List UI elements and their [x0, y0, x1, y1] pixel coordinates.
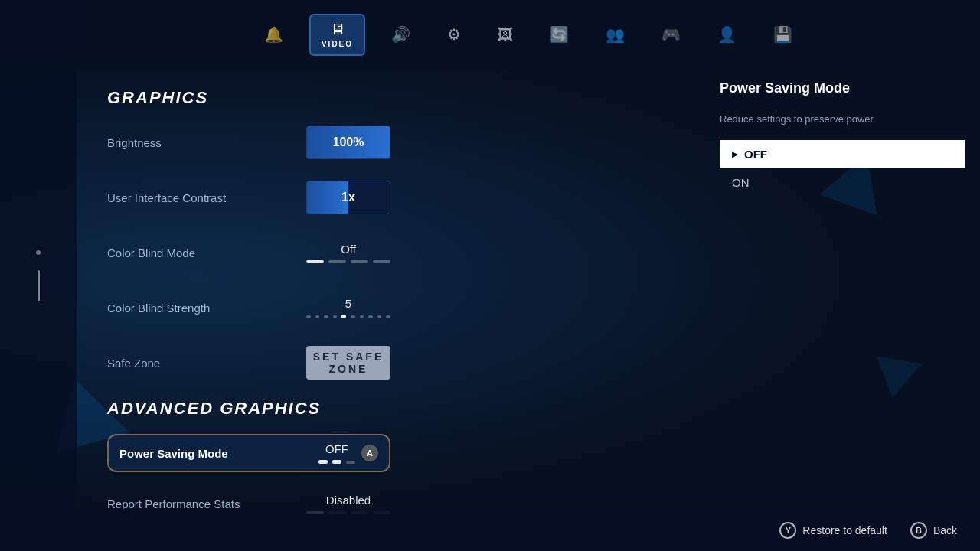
cbs-dot-6 — [360, 315, 364, 318]
audio-icon: 🔊 — [391, 27, 410, 42]
color-blind-mode-label: Color Blind Mode — [107, 246, 306, 259]
brightness-value: 100% — [333, 135, 364, 149]
brightness-label: Brightness — [107, 136, 306, 149]
main-content: GRAPHICS Brightness 100% User Interface … — [100, 73, 398, 505]
color-blind-strength-value: 5 — [306, 297, 390, 310]
power-option-off[interactable]: ▶ OFF — [720, 140, 965, 168]
power-options: ▶ OFF ON — [720, 140, 965, 197]
seg-dot-1 — [328, 260, 346, 263]
advanced-graphics-title: ADVANCED GRAPHICS — [107, 399, 390, 419]
nav-item-display[interactable]: 🖼 — [487, 21, 524, 48]
color-blind-mode-value: Off — [306, 243, 390, 256]
cbs-dot-4 — [341, 315, 346, 318]
nav-item-accessibility[interactable]: 🔄 — [539, 21, 580, 48]
ui-contrast-control[interactable]: 1x — [306, 181, 390, 214]
safe-zone-control[interactable]: SET SAFE ZONE — [306, 346, 390, 380]
color-blind-strength-track — [306, 315, 390, 318]
cbs-dot-3 — [333, 315, 338, 318]
graphics-title: GRAPHICS — [107, 88, 390, 108]
display-icon: 🖼 — [498, 27, 513, 42]
nav-video-label: VIDEO — [322, 40, 353, 48]
nav-item-settings[interactable]: ⚙ — [436, 21, 472, 48]
power-saving-value: OFF — [318, 442, 355, 455]
alert-icon: 🔔 — [264, 27, 283, 42]
restore-default-button[interactable]: Y Restore to default — [779, 522, 887, 539]
nav-item-alert[interactable]: 🔔 — [253, 21, 294, 48]
graphics-section: GRAPHICS Brightness 100% User Interface … — [107, 88, 390, 382]
save-icon: 💾 — [773, 27, 792, 42]
power-saving-label: Power Saving Mode — [119, 447, 318, 460]
power-saving-control[interactable]: OFF — [318, 442, 355, 464]
seg-dot-3 — [373, 260, 390, 263]
safe-zone-label: Safe Zone — [107, 357, 306, 370]
ui-contrast-value: 1x — [341, 191, 355, 204]
a-button: A — [361, 445, 378, 461]
cbs-dot-8 — [377, 315, 382, 318]
color-blind-strength-row: Color Blind Strength 5 — [107, 289, 390, 327]
nav-item-controller[interactable]: 🎮 — [651, 21, 691, 48]
accessibility-icon: 🔄 — [550, 27, 569, 42]
decorative-triangle-3 — [870, 356, 922, 402]
social-icon: 👥 — [606, 27, 625, 42]
seg-dot-2 — [351, 260, 368, 263]
top-nav: 🔔 🖥 VIDEO 🔊 ⚙ 🖼 🔄 👥 🎮 👤 💾 — [77, 0, 980, 69]
advanced-graphics-section: ADVANCED GRAPHICS Power Saving Mode OFF … — [107, 399, 390, 523]
cbs-dot-2 — [324, 315, 328, 318]
ui-contrast-row: User Interface Contrast 1x — [107, 178, 390, 217]
ps-dot-0 — [318, 460, 328, 464]
brightness-row: Brightness 100% — [107, 123, 390, 161]
cbs-dot-9 — [386, 315, 390, 318]
panel-description: Reduce settings to preserve power. — [720, 113, 965, 125]
account-icon: 👤 — [717, 27, 737, 42]
power-saving-track — [318, 460, 355, 464]
sidebar-line — [38, 270, 40, 301]
ps-dot-2 — [346, 461, 355, 464]
cbs-dot-1 — [315, 315, 320, 318]
controller-icon: 🎮 — [662, 27, 681, 42]
b-button-icon: B — [910, 522, 927, 539]
bottom-bar: Y Restore to default B Back — [77, 509, 980, 551]
color-blind-mode-control[interactable]: Off — [306, 243, 390, 263]
safe-zone-row: Safe Zone SET SAFE ZONE — [107, 344, 390, 382]
color-blind-strength-control[interactable]: 5 — [306, 297, 390, 318]
right-panel: Power Saving Mode Reduce settings to pre… — [720, 73, 965, 197]
back-label: Back — [933, 524, 957, 536]
panel-title: Power Saving Mode — [720, 73, 965, 104]
report-performance-value: Disabled — [306, 494, 390, 507]
back-button[interactable]: B Back — [910, 522, 957, 539]
power-saving-row[interactable]: Power Saving Mode OFF A — [107, 434, 390, 472]
power-option-on[interactable]: ON — [720, 168, 965, 197]
color-blind-strength-label: Color Blind Strength — [107, 302, 306, 315]
color-blind-mode-slider[interactable]: Off — [306, 243, 390, 263]
color-blind-mode-track — [306, 260, 390, 263]
cbs-dot-7 — [368, 315, 373, 318]
nav-item-save[interactable]: 💾 — [763, 21, 803, 48]
settings-icon: ⚙ — [447, 27, 461, 42]
safe-zone-button[interactable]: SET SAFE ZONE — [306, 346, 390, 380]
color-blind-mode-row: Color Blind Mode Off — [107, 233, 390, 272]
power-arrow-off: ▶ — [732, 150, 738, 158]
video-icon: 🖥 — [330, 21, 345, 37]
nav-item-audio[interactable]: 🔊 — [381, 21, 421, 48]
nav-item-account[interactable]: 👤 — [707, 21, 747, 48]
report-performance-label: Report Performance Stats — [107, 497, 306, 510]
nav-item-social[interactable]: 👥 — [595, 21, 635, 48]
nav-item-video[interactable]: 🖥 VIDEO — [309, 14, 365, 56]
restore-label: Restore to default — [802, 524, 887, 536]
brightness-slider[interactable]: 100% — [306, 126, 390, 159]
cbs-dot-5 — [351, 315, 355, 318]
ps-dot-1 — [332, 460, 341, 464]
y-button-icon: Y — [779, 522, 796, 539]
cbs-dot-0 — [306, 315, 311, 318]
power-on-label: ON — [732, 176, 750, 189]
ui-contrast-slider[interactable]: 1x — [306, 181, 390, 214]
seg-dot-0 — [306, 260, 324, 263]
power-off-label: OFF — [744, 148, 767, 161]
color-blind-strength-slider[interactable]: 5 — [306, 297, 390, 318]
sidebar — [0, 0, 77, 551]
power-saving-slider[interactable]: OFF — [318, 442, 355, 464]
brightness-control[interactable]: 100% — [306, 126, 390, 159]
ui-contrast-label: User Interface Contrast — [107, 191, 306, 204]
sidebar-dot — [36, 250, 41, 255]
